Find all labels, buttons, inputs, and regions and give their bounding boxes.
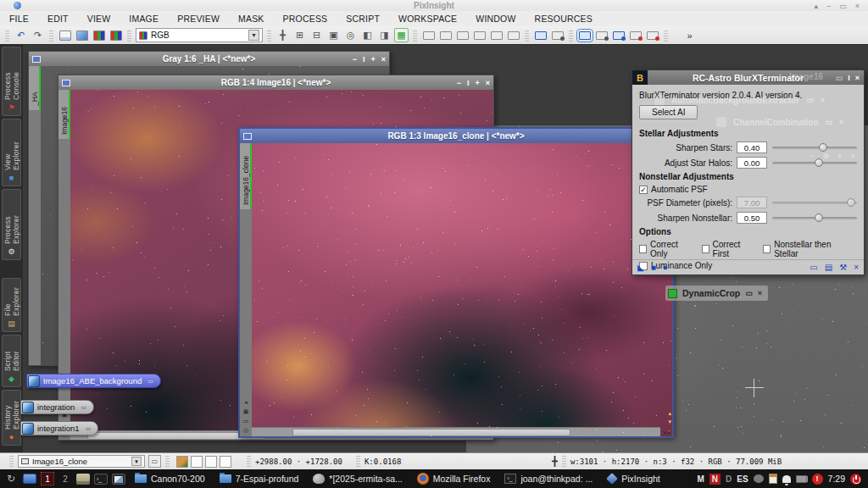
close-icon[interactable]: × — [821, 96, 825, 104]
power-icon[interactable] — [850, 474, 861, 485]
sharpen-nonstellar-field[interactable]: 0.50 — [737, 212, 767, 224]
scroll-up-icon[interactable]: ▴ — [668, 410, 671, 417]
sidebar-item-history-explorer[interactable]: History Explorer ● — [2, 390, 21, 446]
notifications-bell-icon[interactable] — [782, 475, 791, 483]
dynamiccrop-iconized-window[interactable]: DynamicCrop ▭ × — [665, 286, 768, 301]
new-instance-icon[interactable]: ◣ — [637, 263, 644, 272]
toolbar-handle[interactable] — [569, 30, 573, 42]
resize-grip-icon[interactable]: ▭ — [147, 378, 153, 385]
reset-icon[interactable]: × — [854, 263, 859, 272]
workspace-next-icon[interactable] — [594, 28, 609, 42]
clipboard-icon[interactable] — [769, 474, 777, 484]
scroll-down-icon[interactable]: ▾ — [668, 419, 671, 425]
view-tab-image16-clone[interactable]: Image16_clone — [240, 143, 252, 209]
sharpen-stars-field[interactable]: 0.40 — [737, 141, 767, 153]
shade-icon[interactable]: ▴ — [814, 2, 818, 10]
toolbar-handle[interactable] — [664, 30, 668, 42]
expand-icon[interactable]: ◂ — [244, 399, 248, 406]
restore-icon[interactable]: ▭ — [826, 118, 833, 126]
vertical-scroll-arrows[interactable]: ▴ ▾ — [668, 410, 671, 425]
menu-edit[interactable]: EDIT — [38, 14, 78, 24]
menu-resources[interactable]: RESOURCES — [526, 14, 602, 24]
minimize-icon[interactable]: − — [353, 55, 357, 64]
sidebar-item-process-console[interactable]: Process Console ⚑ — [2, 47, 21, 116]
restore-icon[interactable]: ▭ — [836, 74, 843, 82]
menu-image[interactable]: IMAGE — [120, 14, 168, 24]
tray-app-icon[interactable] — [754, 474, 764, 483]
shade-icon[interactable]: Ι — [363, 55, 365, 64]
alert-icon[interactable]: ! — [812, 474, 823, 485]
iconized-window-integration1[interactable]: integration1 ▭ — [20, 421, 98, 435]
dropdown-arrow-icon[interactable]: ▾ — [131, 457, 142, 466]
close-icon[interactable]: × — [381, 55, 386, 64]
close-icon[interactable]: × — [855, 74, 860, 82]
close-icon[interactable]: × — [839, 118, 843, 126]
task-7-espai-profund[interactable]: 7-Espai-profund — [214, 470, 304, 487]
scrollbar-thumb[interactable] — [292, 429, 570, 436]
maximize-icon[interactable]: + — [370, 55, 375, 64]
scroll-right-icon[interactable]: ▸ — [667, 430, 670, 436]
close-all-icon[interactable] — [645, 28, 659, 42]
view-tab-ha[interactable]: _HA — [29, 66, 41, 110]
close-icon[interactable]: × — [758, 289, 762, 297]
scroll-left-icon[interactable]: ◂ — [663, 430, 666, 436]
adjust-star-halos-field[interactable]: 0.00 — [737, 157, 767, 169]
readout-swatch-2[interactable] — [191, 456, 203, 468]
workspace-current-icon[interactable] — [577, 28, 592, 42]
toolbar-handle[interactable] — [49, 30, 53, 42]
horizontal-scrollbar[interactable]: ◂ ▸ — [252, 427, 660, 436]
tray-letter-d[interactable]: D — [726, 474, 732, 484]
minimize-icon[interactable]: − — [457, 79, 461, 87]
image-identifier-icon[interactable] — [58, 28, 72, 42]
toolbar-handle[interactable] — [525, 30, 529, 42]
tray-keyboard-layout[interactable]: ES — [737, 474, 748, 484]
new-view-button[interactable]: ▭ — [148, 455, 161, 468]
menu-script[interactable]: SCRIPT — [337, 14, 389, 24]
dropdown-arrow-icon[interactable]: ▾ — [248, 30, 259, 41]
sidebar-item-view-explorer[interactable]: View Explorer ■ — [2, 119, 21, 186]
workspace-2-tile[interactable]: 2 — [58, 472, 72, 485]
channel-selector-combo[interactable]: RGB ▾ — [136, 28, 263, 42]
ghost-window-abe[interactable]: AutomaticBackgroundExtractor ▭ × — [654, 93, 825, 107]
restore-icon[interactable]: ▭ — [806, 96, 814, 104]
window-titlebar[interactable]: Gray 1:6 _HA | <*new*> − Ι + × — [29, 52, 389, 66]
menu-process[interactable]: PROCESS — [274, 14, 337, 24]
zoom11-all-icon[interactable] — [472, 28, 487, 42]
restore-icon[interactable]: ▭ — [745, 289, 753, 297]
statusbar-handle[interactable] — [356, 456, 360, 467]
center-image-icon[interactable]: ◎ — [343, 28, 358, 42]
maximize-icon[interactable]: + — [475, 79, 479, 87]
shade-icon[interactable]: Ι — [848, 74, 850, 82]
image-window-image16-clone[interactable]: RGB 1:3 Image16_clone | <*new*> Image16_… — [238, 127, 674, 438]
color-space-icon[interactable] — [108, 28, 123, 42]
task-terminal[interactable]: ›_ joan@thinkpad: ... — [499, 470, 598, 487]
menu-preview[interactable]: PREVIEW — [168, 14, 229, 24]
toolbar-handle[interactable] — [413, 30, 417, 42]
close-icon[interactable]: × — [855, 2, 860, 10]
window-titlebar[interactable]: RGB 1:4 Image16 | <*new*> − Ι + × — [58, 75, 493, 90]
sample-format-icon[interactable] — [75, 28, 89, 42]
zoom-in-icon[interactable]: ⊞ — [292, 28, 307, 42]
crosshair-readout-icon[interactable]: ╋ — [552, 456, 558, 467]
toolbar-handle[interactable] — [267, 30, 271, 42]
task-gimp-image[interactable]: *[2025-ermita-sa... — [308, 470, 407, 487]
show-desktop-icon[interactable]: ↻ — [3, 471, 19, 486]
resize-grip-icon[interactable]: ▭ — [81, 404, 86, 411]
iconized-window-image16-abe-background[interactable]: Image16_ABE_background ▭ — [26, 374, 161, 388]
resize-grip-icon[interactable]: ▭ — [86, 425, 92, 432]
swap-workspace-icon[interactable] — [611, 28, 626, 42]
statusbar-handle[interactable] — [165, 456, 170, 467]
window-titlebar[interactable]: RGB 1:3 Image16_clone | <*new*> — [240, 129, 672, 143]
pan-mode-icon[interactable]: ╋ — [275, 28, 290, 42]
battery-icon[interactable] — [796, 475, 807, 483]
reset-stf-all-icon[interactable] — [506, 28, 520, 42]
fit-view-icon[interactable]: ▣ — [326, 28, 341, 42]
menu-file[interactable]: FILE — [0, 14, 38, 24]
stf-all-icon[interactable] — [489, 28, 504, 42]
menu-view[interactable]: VIEW — [78, 14, 120, 24]
copy-view-icon[interactable]: ▭ — [243, 418, 249, 424]
tray-letter-m[interactable]: M — [697, 474, 704, 484]
file-manager-launcher-icon[interactable] — [76, 474, 90, 485]
preferences-icon[interactable]: ⚒ — [839, 263, 847, 272]
automatic-psf-checkbox[interactable]: ✓ Automatic PSF — [639, 185, 708, 194]
